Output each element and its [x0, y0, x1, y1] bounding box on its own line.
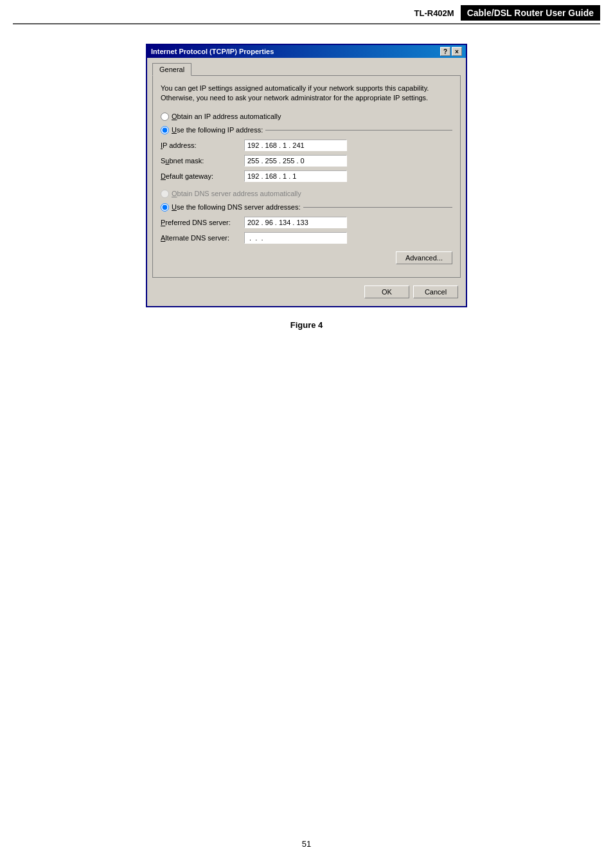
default-gateway-row: Default gateway: [161, 170, 452, 182]
ok-button[interactable]: OK [364, 285, 409, 298]
description-text: You can get IP settings assigned automat… [161, 84, 452, 104]
dialog-title: Internet Protocol (TCP/IP) Properties [151, 48, 274, 55]
obtain-ip-group: OObtain an IP address automaticallybtain… [161, 113, 452, 121]
obtain-ip-radio-label[interactable]: OObtain an IP address automaticallybtain… [161, 113, 452, 121]
default-gateway-input[interactable] [244, 170, 347, 182]
tab-bar: General [152, 63, 461, 75]
default-gateway-label: Default gateway: [161, 172, 244, 180]
alternate-dns-label: Alternate DNS server: [161, 234, 244, 242]
alternate-dns-input[interactable] [244, 232, 347, 244]
use-ip-label: Use the following IP address: [172, 126, 263, 134]
subnet-mask-row: Subnet mask: [161, 155, 452, 167]
use-dns-radio[interactable] [161, 203, 169, 212]
page-number: 51 [302, 839, 311, 849]
obtain-ip-label: OObtain an IP address automaticallybtain… [172, 113, 281, 120]
subnet-mask-label: Subnet mask: [161, 157, 244, 165]
preferred-dns-input[interactable] [244, 217, 347, 228]
preferred-dns-row: Preferred DNS server: [161, 217, 452, 228]
figure-caption: Figure 4 [290, 320, 323, 330]
use-ip-radio[interactable] [161, 126, 169, 134]
ip-address-row: IP address: 192 . 168 . 1 . 241 [161, 140, 452, 151]
tab-content: You can get IP settings assigned automat… [152, 75, 461, 278]
alternate-dns-row: Alternate DNS server: [161, 232, 452, 244]
ip-address-input[interactable]: 192 . 168 . 1 . 241 [244, 140, 347, 151]
cancel-button[interactable]: Cancel [413, 285, 458, 298]
titlebar-buttons: ? × [440, 47, 462, 56]
obtain-dns-radio-label[interactable]: Obtain DNS server address automatically [161, 190, 452, 198]
obtain-dns-radio[interactable] [161, 190, 169, 198]
obtain-ip-radio[interactable] [161, 113, 169, 121]
ip-address-label: IP address: [161, 141, 244, 149]
help-button[interactable]: ? [440, 47, 450, 56]
ok-cancel-row: OK Cancel [152, 282, 461, 301]
tab-general[interactable]: General [152, 63, 191, 76]
dialog-body: General You can get IP settings assigned… [147, 58, 466, 306]
use-dns-label: Use the following DNS server addresses: [172, 203, 301, 211]
dialog-box: Internet Protocol (TCP/IP) Properties ? … [146, 44, 467, 307]
page-header: TL-R402M Cable/DSL Router User Guide [13, 0, 600, 24]
subnet-mask-input[interactable] [244, 155, 347, 167]
close-button[interactable]: × [452, 47, 462, 56]
obtain-dns-label: Obtain DNS server address automatically [172, 190, 301, 197]
preferred-dns-label: Preferred DNS server: [161, 219, 244, 226]
guide-title: Cable/DSL Router User Guide [461, 5, 600, 21]
page-content: Internet Protocol (TCP/IP) Properties ? … [0, 24, 613, 330]
obtain-dns-group: Obtain DNS server address automatically [161, 190, 452, 198]
model-number: TL-R402M [414, 8, 454, 18]
dialog-titlebar: Internet Protocol (TCP/IP) Properties ? … [147, 45, 466, 58]
advanced-row: Advanced... [161, 251, 452, 264]
advanced-button[interactable]: Advanced... [396, 251, 452, 264]
